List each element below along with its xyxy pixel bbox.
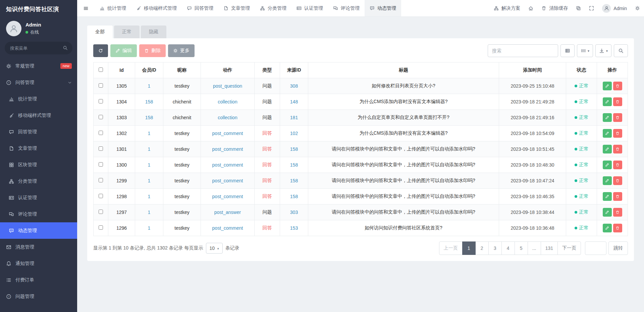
- sidebar-item-block-manage[interactable]: 区块管理: [0, 157, 77, 173]
- source-id-link[interactable]: 158: [290, 162, 298, 168]
- tab-all[interactable]: 全部: [87, 26, 113, 38]
- row-delete-button[interactable]: [613, 113, 622, 122]
- topnav-item-comment-manage[interactable]: 评论管理: [328, 0, 365, 16]
- prev-page-button[interactable]: 上一页: [439, 241, 463, 255]
- row-edit-button[interactable]: [603, 192, 612, 201]
- more-button[interactable]: 更多: [168, 44, 195, 57]
- row-edit-button[interactable]: [603, 113, 612, 122]
- source-id-link[interactable]: 153: [290, 225, 298, 231]
- topnav-item-answer-manage[interactable]: 回答管理: [182, 0, 218, 16]
- sidebar-item-paid-order[interactable]: 付费订单: [0, 272, 77, 288]
- fullscreen-button[interactable]: [585, 0, 598, 16]
- source-id-link[interactable]: 102: [290, 131, 298, 136]
- row-delete-button[interactable]: [613, 82, 622, 90]
- source-id-link[interactable]: 158: [290, 146, 298, 152]
- page-jump-button[interactable]: 跳转: [608, 241, 628, 255]
- sidebar-item-activity-manage[interactable]: 动态管理: [0, 222, 77, 239]
- member-id-link[interactable]: 1: [148, 178, 151, 183]
- member-id-link[interactable]: 1: [148, 225, 151, 231]
- source-id-link[interactable]: 303: [290, 210, 298, 215]
- action-link[interactable]: post_comment: [212, 146, 243, 152]
- action-link[interactable]: post_comment: [212, 225, 243, 231]
- row-checkbox[interactable]: [99, 115, 103, 119]
- row-checkbox[interactable]: [99, 83, 103, 88]
- export-button[interactable]: ▾: [595, 44, 611, 57]
- page-button-2[interactable]: 2: [475, 241, 489, 255]
- action-link[interactable]: post_comment: [212, 162, 243, 168]
- page-button-5[interactable]: 5: [515, 241, 528, 255]
- member-id-link[interactable]: 1: [148, 83, 151, 89]
- action-link[interactable]: collection: [218, 99, 237, 104]
- refresh-button[interactable]: [93, 44, 108, 57]
- row-checkbox[interactable]: [99, 99, 103, 103]
- sidebar-toggle-button[interactable]: [77, 0, 95, 16]
- row-delete-button[interactable]: [613, 129, 622, 138]
- row-delete-button[interactable]: [613, 161, 622, 169]
- action-link[interactable]: post_comment: [212, 131, 243, 136]
- page-button-1[interactable]: 1: [462, 241, 476, 255]
- tab-hidden[interactable]: 隐藏: [141, 26, 166, 38]
- search-toggle-button[interactable]: [614, 44, 628, 57]
- row-edit-button[interactable]: [603, 129, 612, 138]
- sidebar-item-message-manage[interactable]: 消息管理: [0, 239, 77, 255]
- view-toggle-button[interactable]: [560, 44, 575, 57]
- row-edit-button[interactable]: [603, 176, 612, 185]
- row-edit-button[interactable]: [603, 208, 612, 217]
- row-checkbox[interactable]: [99, 225, 103, 230]
- menu-search-input[interactable]: [5, 42, 72, 54]
- topnav-item-auth-manage[interactable]: 认证管理: [291, 0, 328, 16]
- row-edit-button[interactable]: [603, 145, 612, 153]
- user-menu[interactable]: Admin: [598, 0, 631, 16]
- row-edit-button[interactable]: [603, 224, 612, 232]
- sidebar-item-category-manage[interactable]: 分类管理: [0, 173, 77, 189]
- row-checkbox[interactable]: [99, 162, 103, 167]
- row-delete-button[interactable]: [613, 224, 622, 232]
- page-button-4[interactable]: 4: [501, 241, 515, 255]
- sidebar-item-qa-manage[interactable]: 问答管理: [0, 74, 77, 91]
- source-id-link[interactable]: 148: [290, 99, 298, 104]
- solution-button[interactable]: 解决方案: [490, 0, 524, 16]
- edit-button[interactable]: 编辑: [110, 44, 137, 57]
- columns-button[interactable]: ▾: [577, 44, 593, 57]
- row-delete-button[interactable]: [613, 97, 622, 106]
- row-edit-button[interactable]: [603, 82, 612, 90]
- row-delete-button[interactable]: [613, 145, 622, 153]
- row-checkbox[interactable]: [99, 210, 103, 214]
- sidebar-item-stats-manage[interactable]: 统计管理: [0, 91, 77, 107]
- settings-button[interactable]: [631, 0, 644, 16]
- page-button-131[interactable]: 131: [541, 241, 558, 255]
- clear-cache-button[interactable]: 清除缓存: [537, 0, 572, 16]
- row-edit-button[interactable]: [603, 97, 612, 106]
- action-link[interactable]: post_question: [213, 83, 242, 89]
- member-id-link[interactable]: 158: [145, 99, 153, 104]
- topnav-item-article-manage[interactable]: 文章管理: [218, 0, 255, 16]
- row-checkbox[interactable]: [99, 146, 103, 151]
- next-page-button[interactable]: 下一页: [557, 241, 581, 255]
- row-delete-button[interactable]: [613, 192, 622, 201]
- action-link[interactable]: post_comment: [212, 178, 243, 183]
- member-id-link[interactable]: 1: [148, 131, 151, 136]
- sidebar-item-notice-manage[interactable]: 通知管理: [0, 255, 77, 272]
- sidebar-item-general-manage[interactable]: 常规管理new: [0, 58, 77, 74]
- row-delete-button[interactable]: [613, 208, 622, 217]
- table-search-input[interactable]: [488, 44, 558, 57]
- topnav-item-stats-manage[interactable]: 统计管理: [95, 0, 131, 16]
- member-id-link[interactable]: 1: [148, 194, 151, 199]
- page-button-3[interactable]: 3: [488, 241, 502, 255]
- sidebar-item-auth-manage[interactable]: 认证管理: [0, 189, 77, 206]
- member-id-link[interactable]: 1: [148, 210, 151, 215]
- copy-button[interactable]: [572, 0, 585, 16]
- topnav-item-category-manage[interactable]: 分类管理: [255, 0, 291, 16]
- sidebar-item-mobile-style-manage[interactable]: 移动端样式管理: [0, 107, 77, 124]
- sidebar-item-question-manage[interactable]: 问题管理: [0, 288, 77, 305]
- row-checkbox[interactable]: [99, 131, 103, 135]
- row-checkbox[interactable]: [99, 178, 103, 182]
- member-id-link[interactable]: 1: [148, 162, 151, 168]
- action-link[interactable]: post_answer: [214, 210, 241, 215]
- select-all-checkbox[interactable]: [99, 68, 103, 72]
- row-checkbox[interactable]: [99, 194, 103, 198]
- source-id-link[interactable]: 181: [290, 115, 298, 120]
- source-id-link[interactable]: 158: [290, 178, 298, 183]
- source-id-link[interactable]: 308: [290, 83, 298, 89]
- topnav-item-activity-manage[interactable]: 动态管理: [365, 0, 401, 16]
